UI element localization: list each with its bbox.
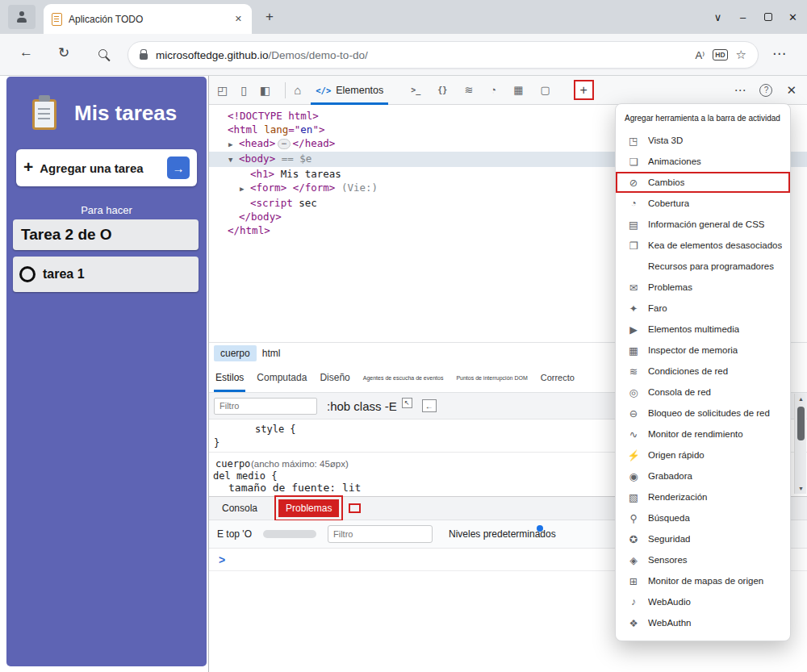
submit-arrow-icon[interactable]: → [167, 157, 190, 179]
menu-item-quick-source[interactable]: ⚡Origen rápido [616, 445, 790, 465]
devtools-close-icon[interactable]: ✕ [786, 83, 797, 98]
menu-item-performance-monitor[interactable]: ∿Monitor de rendimiento [616, 424, 790, 445]
tab-elements[interactable]: </> Elementos [306, 76, 393, 105]
menu-item-detached-elements[interactable]: ❐Kea de elementos desasociados [616, 235, 790, 256]
style-toolbar-text[interactable]: :hob class -E [327, 399, 397, 413]
task-item[interactable]: Tarea 2 de O [13, 219, 199, 250]
menu-item-developer-resources[interactable]: Recursos para programadores [616, 256, 790, 277]
element-picker-mini-icon[interactable]: ↖ [402, 398, 412, 408]
styles-pane-tab[interactable]: Puntos de interrupción DOM [456, 375, 527, 381]
memory-inspector-icon: ▦ [627, 344, 640, 357]
close-button[interactable]: ✕ [780, 0, 805, 34]
menu-item-issues[interactable]: ✉Problemas [616, 277, 790, 298]
menu-item-coverage[interactable]: ◔Cobertura [616, 193, 790, 214]
scroll-up-icon[interactable]: ▲ [795, 396, 807, 402]
tree-expand-arrow-icon[interactable]: ▼ [228, 153, 239, 167]
menu-item-lighthouse[interactable]: ✦Faro [616, 298, 790, 319]
log-levels-dropdown[interactable]: Niveles predeterminados [449, 528, 556, 540]
styles-pane-tab[interactable]: Computada [257, 372, 307, 383]
add-task-button[interactable]: + Agregar una tarea → [16, 149, 197, 186]
tab-issues[interactable]: Problemas [278, 499, 339, 517]
browser-tab[interactable]: Aplicación TODO ✕ [44, 4, 252, 34]
menu-item-changes[interactable]: ⊘Cambios [616, 172, 790, 193]
dock-side-icon[interactable]: ◧ [260, 84, 270, 97]
new-style-rule-icon[interactable]: ← [422, 399, 437, 412]
style-rule-line[interactable]: } [214, 437, 220, 449]
favorite-star-icon[interactable]: ☆ [736, 48, 746, 62]
menu-item-rendering[interactable]: ▧Renderización [616, 486, 790, 507]
hd-icon[interactable]: HD [713, 49, 727, 61]
performance-icon[interactable]: ◔ [490, 84, 496, 96]
task-item[interactable]: tarea 1 [13, 257, 199, 292]
task-checkbox[interactable] [19, 266, 36, 282]
url-field[interactable]: microsoftedge.github.io/Demos/demo-to-do… [128, 41, 759, 69]
tab-console[interactable]: Consola [222, 503, 257, 514]
url-text[interactable]: microsoftedge.github.io/Demos/demo-to-do… [156, 49, 687, 61]
read-aloud-icon[interactable]: A⁾ [695, 49, 705, 61]
styles-pane-tab[interactable]: Agentes de escucha de eventos [363, 375, 444, 381]
memory-icon[interactable]: ▦ [513, 84, 523, 96]
menu-item-source-maps-monitor[interactable]: ⊞Monitor de mapas de origen [616, 570, 790, 591]
style-rule-line[interactable]: del medio { [213, 470, 277, 482]
menu-item-security[interactable]: ✪Seguridad [616, 528, 790, 549]
tree-expand-arrow-icon[interactable]: ▶ [240, 182, 250, 196]
frame-selector[interactable]: E top 'O [217, 528, 252, 540]
chevron-down-icon[interactable]: ∨ [705, 0, 730, 34]
menu-item-network-request-blocking[interactable]: ⊖Bloqueo de solicitudes de red [616, 403, 790, 424]
style-rule-line[interactable]: tamaño de fuente: lit [228, 482, 361, 494]
overflow-menu-icon[interactable]: ⋯ [734, 83, 746, 98]
browser-settings-icon[interactable]: ⋯ [772, 45, 786, 62]
new-tab-button[interactable]: + [260, 7, 279, 27]
scroll-down-icon[interactable]: ▼ [795, 486, 807, 491]
more-tools-button[interactable]: + [574, 80, 594, 100]
code-segment: </form> [286, 182, 335, 194]
menu-item-webaudio[interactable]: ♪WebAudio [616, 591, 790, 612]
menu-item-label: Origen rápido [648, 450, 705, 460]
styles-filter-input[interactable] [214, 398, 317, 415]
menu-item-3d-view[interactable]: ◳Vista 3D [616, 130, 790, 151]
refresh-button[interactable]: ↻ [58, 44, 69, 61]
console-icon[interactable]: >_ [411, 86, 420, 94]
animations-icon: ❏ [627, 156, 640, 168]
code-segment: </body> [239, 211, 282, 223]
breadcrumb-selected[interactable]: cuerpo [214, 345, 257, 361]
maximize-button[interactable] [755, 0, 780, 34]
menu-item-search[interactable]: ⚲Búsqueda [616, 507, 790, 528]
menu-item-media[interactable]: ▶Elementos multimedia [616, 319, 790, 340]
minimize-button[interactable]: – [730, 0, 755, 34]
console-filter-input[interactable] [328, 525, 433, 543]
search-icon[interactable] [98, 49, 107, 58]
styles-pane-tab[interactable]: Correcto [541, 373, 575, 382]
styles-pane-tab[interactable]: Diseño [320, 372, 349, 383]
style-rule-selector[interactable]: cuerpo [215, 458, 250, 470]
menu-item-recorder[interactable]: ◉Grabadora [616, 465, 790, 486]
menu-item-memory-inspector[interactable]: ▦Inspector de memoria [616, 340, 790, 361]
scrollbar-thumb[interactable] [797, 407, 805, 440]
menu-item-label: WebAuthn [648, 618, 692, 628]
menu-item-network-conditions[interactable]: ≋Condiciones de red [616, 361, 790, 382]
menu-item-animations[interactable]: ❏Animaciones [616, 151, 790, 172]
menu-item-css-overview[interactable]: ▤Información general de CSS [616, 214, 790, 235]
styles-scrollbar[interactable]: ▲ ▼ [794, 394, 806, 494]
tab-close-icon[interactable]: ✕ [233, 12, 244, 26]
menu-item-label: Cobertura [648, 198, 689, 208]
home-icon[interactable]: ⌂ [294, 83, 301, 97]
profile-button[interactable] [8, 5, 36, 29]
tree-expand-arrow-icon[interactable]: ▶ [228, 138, 239, 152]
inspect-icon[interactable]: ◰ [217, 84, 228, 97]
back-button[interactable]: ← [19, 44, 33, 61]
webauthn-icon: ❖ [627, 617, 640, 629]
device-emulation-icon[interactable]: ▯ [240, 84, 247, 97]
styles-pane-tab[interactable]: Estilos [215, 372, 244, 383]
frame-selector-bar[interactable] [263, 530, 316, 538]
menu-item-sensors[interactable]: ◈Sensores [616, 549, 790, 570]
style-rule-line[interactable]: style { [255, 424, 296, 435]
breadcrumb-item[interactable]: html [262, 348, 281, 359]
application-icon[interactable]: ▢ [540, 84, 550, 96]
lock-icon[interactable] [140, 53, 148, 60]
network-icon[interactable]: ≋ [464, 84, 473, 96]
sources-icon[interactable]: {} [437, 86, 447, 94]
help-icon[interactable]: ? [759, 84, 772, 97]
menu-item-network-console[interactable]: ◎Consola de red [616, 382, 790, 403]
menu-item-webauthn[interactable]: ❖WebAuthn [616, 612, 790, 633]
